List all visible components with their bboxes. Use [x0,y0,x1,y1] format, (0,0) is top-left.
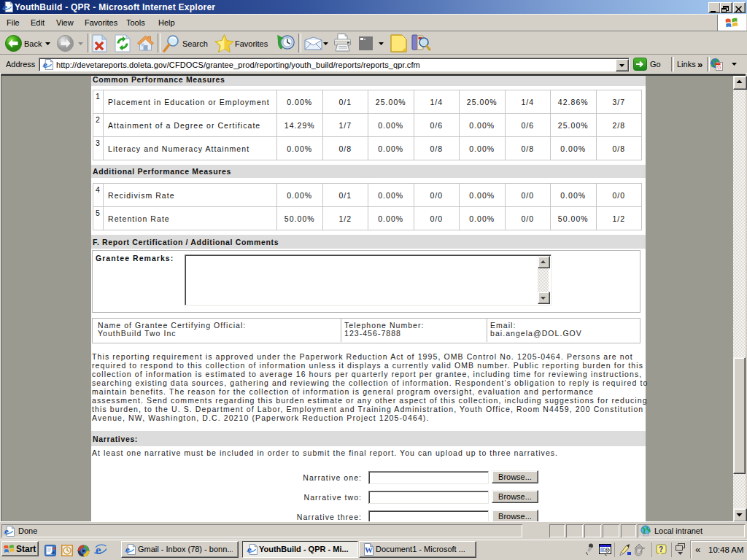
svg-text:e: e [125,544,130,555]
svg-text:e: e [247,544,252,555]
svg-text:e: e [4,526,9,537]
svg-text:?: ? [659,545,663,553]
svg-text:e: e [3,1,7,12]
svg-text:W: W [365,545,373,554]
svg-text:e: e [43,59,47,70]
